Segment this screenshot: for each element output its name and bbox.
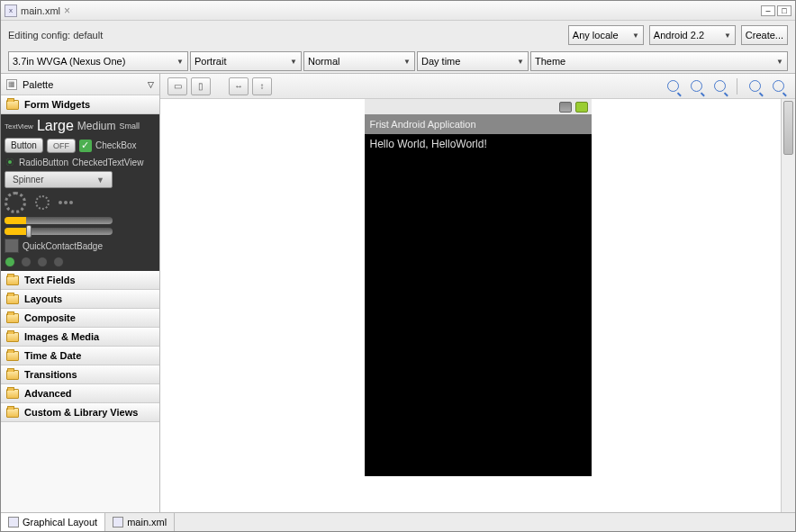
expand-horizontal-button[interactable]: ↔	[229, 77, 249, 95]
device-selector-row: 3.7in WVGA (Nexus One)▼ Portrait▼ Normal…	[1, 50, 795, 73]
category-composite[interactable]: Composite	[1, 309, 159, 328]
dropdown-arrow-icon: ▼	[627, 32, 639, 40]
category-images-media[interactable]: Images & Media	[1, 328, 159, 347]
orientation-selector[interactable]: Portrait▼	[190, 51, 302, 71]
palette-panel: ▦ Palette ▽ Form Widgets TextView Large …	[1, 74, 160, 512]
folder-icon	[6, 370, 19, 380]
folder-icon	[6, 275, 19, 285]
button-widget[interactable]: Button	[5, 138, 43, 153]
category-label: Transitions	[24, 369, 77, 380]
create-label: Create...	[746, 30, 783, 41]
category-label: Images & Media	[24, 331, 99, 342]
category-label: Time & Date	[24, 350, 81, 361]
android-version-selector[interactable]: Android 2.2▼	[649, 25, 736, 45]
palette-title: Palette	[23, 79, 53, 90]
category-time-date[interactable]: Time & Date	[1, 347, 159, 365]
editor-bottom-tabs: Graphical Layout main.xml	[1, 512, 795, 531]
create-config-button[interactable]: Create...	[741, 25, 788, 45]
category-label: Form Widgets	[24, 99, 90, 110]
editing-config-label: Editing config: default	[8, 30, 103, 41]
seekbar-widget[interactable]	[5, 217, 113, 224]
device-value: 3.7in WVGA (Nexus One)	[13, 56, 125, 67]
radio-icon[interactable]	[5, 157, 15, 167]
textview-widget[interactable]: TextView	[5, 122, 33, 131]
zoom-in-button[interactable]	[745, 77, 764, 95]
small-text-widget[interactable]: Small	[119, 122, 140, 131]
device-status-bar	[365, 99, 592, 114]
zoom-fit-button[interactable]	[768, 77, 788, 95]
chevron-down-icon[interactable]: ▽	[148, 80, 154, 89]
scrollbar-thumb[interactable]	[783, 101, 793, 155]
device-selector[interactable]: 3.7in WVGA (Nexus One)▼	[8, 51, 188, 71]
spinner-widget[interactable]: Spinner▼	[5, 171, 113, 188]
dropdown-arrow-icon: ▼	[511, 58, 524, 66]
zoom-100-button[interactable]	[710, 77, 729, 95]
tab-label: Graphical Layout	[23, 517, 97, 527]
android-version-value: Android 2.2	[654, 30, 704, 41]
xml-tab-icon	[113, 517, 123, 527]
zoom-reset-button[interactable]	[686, 77, 706, 95]
category-text-fields[interactable]: Text Fields	[1, 271, 159, 290]
progress-dots-widget[interactable]	[59, 201, 73, 204]
day-night-value: Day time	[421, 56, 460, 67]
dropdown-arrow-icon: ▼	[398, 58, 411, 66]
locale-value: Any locale	[573, 30, 619, 41]
category-form-widgets[interactable]: Form Widgets	[1, 95, 159, 114]
dock-mode-value: Normal	[308, 56, 339, 67]
medium-text-widget[interactable]: Medium	[77, 120, 116, 132]
orientation-value: Portrait	[194, 56, 226, 67]
quickcontactbadge-widget[interactable]: QuickContactBadge	[23, 241, 103, 251]
zoom-out-button[interactable]	[663, 77, 683, 95]
theme-selector[interactable]: Theme▼	[530, 51, 788, 71]
minimize-icon[interactable]: –	[761, 5, 775, 16]
canvas-column: ▭ ▯ ↔ ↕ Frist Android Application Hello …	[160, 74, 795, 512]
close-tab-icon[interactable]: ×	[64, 5, 70, 17]
dock-mode-selector[interactable]: Normal▼	[303, 51, 415, 71]
hello-world-text[interactable]: Hello World, HelloWorld!	[370, 138, 487, 150]
checkbox-icon[interactable]: ✓	[79, 140, 92, 152]
progress-circle-widget[interactable]	[5, 192, 26, 213]
dropdown-arrow-icon: ▼	[771, 58, 783, 66]
dropdown-arrow-icon: ▼	[171, 58, 184, 66]
design-canvas[interactable]: Frist Android Application Hello World, H…	[160, 99, 795, 512]
category-custom-library[interactable]: Custom & Library Views	[1, 403, 159, 422]
category-transitions[interactable]: Transitions	[1, 365, 159, 384]
editor-tab-bar: x main.xml × – □	[1, 1, 795, 21]
progress-circle-small-widget[interactable]	[35, 195, 50, 210]
folder-icon	[6, 408, 19, 418]
toolbar-separator	[737, 78, 737, 95]
maximize-icon[interactable]: □	[777, 5, 791, 16]
category-label: Layouts	[24, 293, 62, 304]
xml-file-icon: x	[5, 5, 17, 17]
tab-xml-source[interactable]: main.xml	[105, 513, 175, 531]
palette-settings-icon[interactable]: ▦	[6, 79, 17, 90]
locale-selector[interactable]: Any locale▼	[568, 25, 644, 45]
spinner-label: Spinner	[13, 175, 43, 185]
tab-graphical-layout[interactable]: Graphical Layout	[1, 513, 105, 531]
ratingbar-widget[interactable]	[5, 257, 156, 267]
checkedtextview-widget[interactable]: CheckedTextView	[72, 158, 143, 167]
device-content[interactable]: Hello World, HelloWorld!	[365, 134, 592, 476]
category-label: Custom & Library Views	[24, 407, 138, 418]
device-preview[interactable]: Frist Android Application Hello World, H…	[365, 99, 592, 512]
large-text-widget[interactable]: Large	[37, 118, 74, 134]
checkbox-widget[interactable]: CheckBox	[95, 140, 137, 150]
day-night-selector[interactable]: Day time▼	[417, 51, 529, 71]
dropdown-arrow-icon: ▼	[719, 32, 731, 40]
vertical-scrollbar[interactable]	[781, 99, 795, 512]
toggle-widget[interactable]: OFF	[47, 139, 76, 153]
radiobutton-widget[interactable]: RadioButton	[19, 158, 68, 167]
quickcontact-icon[interactable]	[5, 239, 19, 253]
editor-tab-title[interactable]: main.xml	[21, 5, 60, 16]
layout-mode-1-button[interactable]: ▭	[167, 77, 187, 95]
category-advanced[interactable]: Advanced	[1, 384, 159, 403]
expand-vertical-button[interactable]: ↕	[252, 77, 272, 95]
seekbar-widget-2[interactable]	[5, 228, 113, 235]
folder-icon	[6, 389, 19, 399]
palette-header[interactable]: ▦ Palette ▽	[1, 74, 159, 95]
category-layouts[interactable]: Layouts	[1, 290, 159, 309]
folder-icon	[6, 313, 19, 323]
canvas-toolbar: ▭ ▯ ↔ ↕	[160, 74, 795, 99]
category-label: Composite	[24, 312, 76, 323]
layout-mode-2-button[interactable]: ▯	[191, 77, 211, 95]
